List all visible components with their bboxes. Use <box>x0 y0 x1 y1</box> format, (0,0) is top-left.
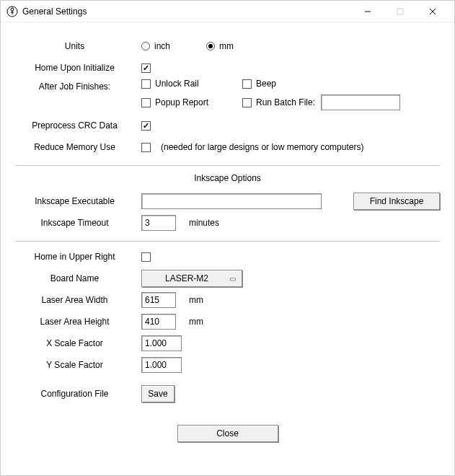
unlock-rail-checkbox[interactable]: Unlock Rail <box>141 79 242 89</box>
mm-unit-label: mm <box>189 317 203 327</box>
inkscape-timeout-label: Inkscape Timeout <box>15 218 141 228</box>
inkscape-exe-label: Inkscape Executable <box>15 196 141 206</box>
board-name-value: LASER-M2 <box>148 273 226 283</box>
batch-file-input[interactable] <box>321 94 400 110</box>
after-job-label: After Job Finishes: <box>15 79 141 92</box>
checkbox-label: Beep <box>256 79 276 89</box>
radio-icon <box>206 42 215 50</box>
units-mm-radio[interactable]: mm <box>206 41 234 51</box>
mm-unit-label: mm <box>189 295 203 305</box>
radio-label: mm <box>219 41 234 51</box>
checkbox-icon <box>141 252 151 262</box>
config-file-label: Configuration File <box>15 389 141 399</box>
reduce-mem-label: Reduce Memory Use <box>15 142 141 152</box>
units-label: Units <box>15 41 141 51</box>
inkscape-section-title: Inkscape Options <box>15 170 440 190</box>
content-area: Units inch mm Home Upon Initialize <box>1 22 454 475</box>
close-button[interactable]: Close <box>177 425 278 442</box>
laser-height-input[interactable] <box>141 314 176 330</box>
board-name-label: Board Name <box>15 273 141 283</box>
close-window-button[interactable] <box>416 1 449 22</box>
xscale-label: X Scale Factor <box>15 338 141 348</box>
window-title: General Settings <box>22 6 87 17</box>
home-init-label: Home Upon Initialize <box>15 63 141 73</box>
home-upper-right-label: Home in Upper Right <box>15 252 141 262</box>
home-upper-right-checkbox[interactable] <box>141 252 151 262</box>
checkbox-label: Run Batch File: <box>256 97 315 107</box>
checkbox-icon: ✓ <box>141 63 151 73</box>
beep-checkbox[interactable]: Beep <box>242 79 400 89</box>
laser-height-label: Laser Area Height <box>15 317 141 327</box>
checkbox-label: Popup Report <box>155 97 208 107</box>
yscale-label: Y Scale Factor <box>15 360 141 370</box>
checkbox-icon: ✓ <box>141 121 151 131</box>
window: General Settings Units inch <box>0 0 455 476</box>
preprocess-label: Preprocess CRC Data <box>15 120 141 131</box>
inkscape-timeout-input[interactable] <box>141 215 176 231</box>
app-icon <box>6 6 18 17</box>
checkbox-icon <box>242 79 252 89</box>
checkbox-icon <box>242 98 252 107</box>
laser-width-label: Laser Area Width <box>15 295 141 305</box>
separator <box>15 241 440 242</box>
reduce-mem-hint: (needed for large designs or low memory … <box>161 142 363 152</box>
inkscape-exe-input[interactable] <box>141 193 322 209</box>
checkbox-icon <box>141 98 151 107</box>
run-batch-checkbox[interactable]: Run Batch File: <box>242 97 315 107</box>
yscale-input[interactable] <box>141 357 182 373</box>
checkbox-label: Unlock Rail <box>155 79 199 89</box>
radio-icon <box>141 42 150 50</box>
dropdown-indicator-icon: ▭ <box>226 275 236 283</box>
svg-rect-3 <box>397 9 403 14</box>
checkbox-icon <box>141 143 151 152</box>
preprocess-checkbox[interactable]: ✓ <box>141 121 151 131</box>
xscale-input[interactable] <box>141 335 182 351</box>
home-init-checkbox[interactable]: ✓ <box>141 63 151 73</box>
popup-report-checkbox[interactable]: Popup Report <box>141 97 242 107</box>
units-inch-radio[interactable]: inch <box>141 41 170 51</box>
radio-label: inch <box>154 41 170 51</box>
checkbox-icon <box>141 79 151 89</box>
separator <box>15 165 440 166</box>
units-radio-group: inch mm <box>141 41 234 51</box>
svg-point-1 <box>11 8 14 11</box>
maximize-button <box>384 1 416 22</box>
save-button[interactable]: Save <box>141 385 175 402</box>
minutes-label: minutes <box>189 218 219 228</box>
board-name-select[interactable]: LASER-M2 ▭ <box>141 270 242 287</box>
titlebar: General Settings <box>1 1 454 22</box>
minimize-button[interactable] <box>351 1 384 22</box>
laser-width-input[interactable] <box>141 292 176 308</box>
find-inkscape-button[interactable]: Find Inkscape <box>353 193 440 210</box>
reduce-mem-checkbox[interactable] <box>141 143 151 152</box>
